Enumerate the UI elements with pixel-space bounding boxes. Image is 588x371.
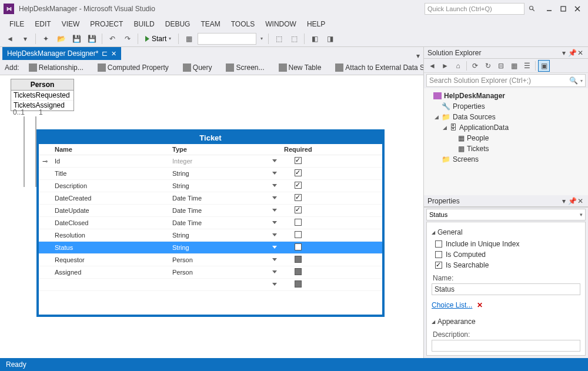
property-type-cell[interactable]: Person — [169, 266, 280, 279]
add-query-button[interactable]: Query — [181, 62, 215, 73]
nav-back-button[interactable]: ◄ — [4, 32, 16, 45]
property-name-cell[interactable]: Resolution — [51, 229, 169, 242]
panel-pin-icon[interactable]: 📌 — [568, 49, 576, 57]
se-back-button[interactable]: ◄ — [426, 60, 438, 72]
tab-close-icon[interactable]: ✕ — [111, 50, 116, 58]
property-type-cell[interactable]: Date Time — [169, 192, 280, 205]
menu-file[interactable]: FILE — [5, 19, 29, 29]
tab-overflow-icon[interactable]: ▾ — [416, 52, 420, 60]
menu-tools[interactable]: TOOLS — [226, 19, 259, 29]
choice-list-link[interactable]: Choice List... — [432, 301, 472, 309]
panel-dropdown-icon[interactable]: ▾ — [560, 49, 568, 57]
table-row[interactable]: ⊸IdInteger — [39, 155, 382, 168]
required-checkbox[interactable] — [295, 268, 302, 275]
table-row[interactable]: TitleString — [39, 168, 382, 180]
table-row[interactable]: RequestorPerson — [39, 254, 382, 266]
redo-button[interactable]: ↷ — [121, 32, 134, 45]
menu-help[interactable]: HELP — [302, 19, 330, 29]
property-type-cell[interactable]: String — [169, 229, 280, 242]
solution-explorer-search[interactable]: Search Solution Explorer (Ctrl+;) 🔍 ▾ — [426, 74, 586, 87]
tree-people[interactable]: ▦People — [425, 133, 587, 143]
table-row[interactable]: ResolutionString — [39, 229, 382, 242]
close-button[interactable] — [570, 3, 584, 15]
property-name-cell[interactable]: Requestor — [51, 254, 169, 266]
entity-person[interactable]: Person TicketsRequested TicketsAssigned — [11, 79, 74, 111]
se-properties-button[interactable]: ☰ — [521, 60, 533, 72]
tree-root[interactable]: HelpDeskManager — [425, 91, 587, 101]
required-checkbox[interactable] — [295, 157, 302, 164]
prop-is-searchable[interactable]: Is Searchable — [435, 261, 580, 269]
property-name-cell[interactable]: DateUpdate — [51, 205, 169, 217]
tree-app-data[interactable]: ◢🗄ApplicationData — [425, 122, 587, 133]
table-row[interactable]: AssignedPerson — [39, 266, 382, 279]
se-home-button[interactable]: ⌂ — [452, 60, 464, 72]
required-checkbox[interactable] — [295, 280, 302, 288]
tree-data-sources[interactable]: ◢📁Data Sources — [425, 112, 587, 122]
table-row[interactable]: DateCreatedDate Time — [39, 192, 382, 205]
new-project-button[interactable]: ✦ — [39, 32, 52, 45]
property-required-cell[interactable] — [280, 254, 316, 266]
property-name-cell[interactable]: Assigned — [51, 266, 169, 279]
property-required-cell[interactable] — [280, 180, 316, 192]
panel-close-icon[interactable]: ✕ — [576, 49, 584, 57]
property-required-cell[interactable] — [280, 217, 316, 229]
nav-fwd-button[interactable]: ▾ — [19, 32, 32, 45]
search-icon[interactable] — [527, 4, 537, 14]
property-type-cell[interactable]: String — [169, 180, 280, 192]
property-name-cell[interactable]: Status — [51, 242, 169, 254]
property-required-cell[interactable] — [280, 242, 316, 254]
attach-external-button[interactable]: Attach to External Data Source... — [333, 62, 423, 73]
property-type-cell[interactable]: Integer — [169, 155, 280, 168]
se-fwd-button[interactable]: ► — [439, 60, 451, 72]
property-type-cell[interactable]: Person — [169, 254, 280, 266]
required-checkbox[interactable] — [295, 219, 302, 226]
property-type-cell[interactable]: Date Time — [169, 217, 280, 229]
property-required-cell[interactable] — [280, 266, 316, 279]
toolbar-dropdown[interactable] — [198, 33, 256, 45]
property-required-cell[interactable] — [280, 229, 316, 242]
quick-launch-input[interactable]: Quick Launch (Ctrl+Q) — [425, 3, 524, 15]
save-all-button[interactable]: 💾 — [85, 32, 98, 45]
table-row[interactable]: DescriptionString — [39, 180, 382, 192]
panel-pin-icon[interactable]: 📌 — [568, 197, 576, 205]
property-required-cell[interactable] — [280, 155, 316, 168]
property-name-cell[interactable]: Description — [51, 180, 169, 192]
property-name-cell[interactable]: DateClosed — [51, 217, 169, 229]
table-row[interactable]: DateClosedDate Time — [39, 217, 382, 229]
delete-icon[interactable]: ✕ — [477, 301, 483, 309]
table-row[interactable]: DateUpdateDate Time — [39, 205, 382, 217]
col-type[interactable]: Type — [169, 144, 280, 155]
property-required-cell[interactable] — [280, 192, 316, 205]
toolbar-btn-d[interactable]: ◧ — [308, 32, 321, 45]
menu-window[interactable]: WINDOW — [260, 19, 301, 29]
required-checkbox[interactable] — [295, 231, 302, 238]
minimize-button[interactable] — [542, 3, 556, 15]
toolbar-btn-c[interactable]: ⬚ — [288, 32, 300, 45]
start-debug-button[interactable]: Start ▾ — [142, 32, 175, 45]
required-checkbox[interactable] — [295, 194, 302, 201]
property-type-cell[interactable]: String — [169, 168, 280, 180]
new-table-button[interactable]: New Table — [276, 62, 324, 73]
property-type-cell[interactable]: Date Time — [169, 205, 280, 217]
col-required[interactable]: Required — [280, 144, 316, 155]
required-checkbox[interactable] — [295, 169, 302, 176]
open-button[interactable]: 📂 — [55, 32, 68, 45]
menu-project[interactable]: PROJECT — [85, 19, 128, 29]
tree-tickets[interactable]: ▦Tickets — [425, 143, 587, 154]
add-computed-property-button[interactable]: Computed Property — [95, 62, 171, 73]
properties-object-selector[interactable]: Status — [426, 209, 586, 220]
property-name-cell[interactable]: Id — [51, 155, 169, 168]
document-tab-active[interactable]: HelpDeskManager Designer* ⊏ ✕ — [2, 47, 121, 60]
menu-team[interactable]: TEAM — [196, 19, 225, 29]
undo-button[interactable]: ↶ — [106, 32, 119, 45]
prop-name-input[interactable]: Status — [432, 283, 580, 295]
menu-view[interactable]: VIEW — [57, 19, 85, 29]
add-relationship-button[interactable]: Relationship... — [26, 62, 86, 73]
menu-edit[interactable]: EDIT — [30, 19, 55, 29]
se-showall-button[interactable]: ▦ — [508, 60, 520, 72]
prop-include-unique[interactable]: Include in Unique Index — [435, 240, 580, 248]
toolbar-btn-b[interactable]: ⬚ — [272, 32, 285, 45]
property-type-cell[interactable]: String — [169, 242, 280, 254]
save-button[interactable]: 💾 — [70, 32, 83, 45]
col-name[interactable]: Name — [51, 144, 169, 155]
